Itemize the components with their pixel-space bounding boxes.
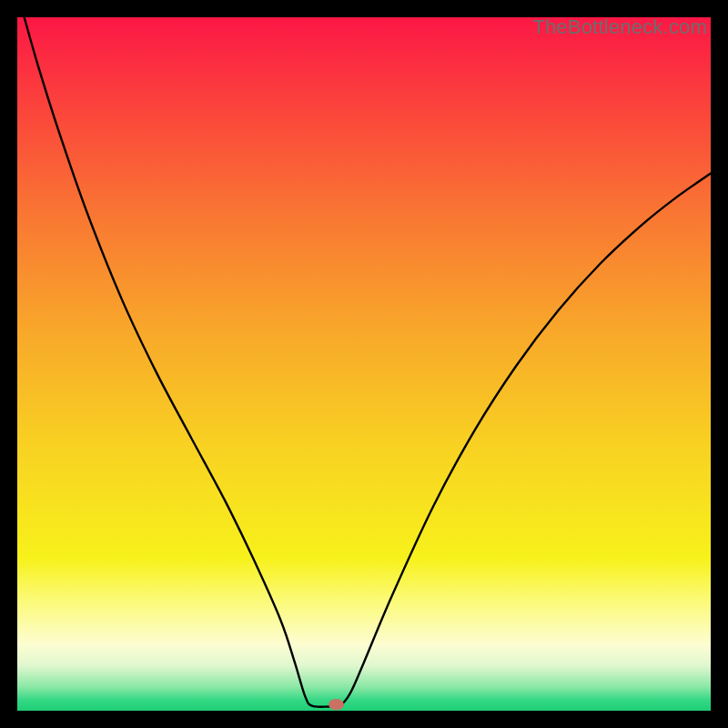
gradient-background (17, 17, 711, 711)
optimal-point-marker (329, 699, 344, 710)
chart-svg (17, 17, 711, 711)
watermark-text: TheBottleneck.com (532, 15, 707, 39)
chart-frame: TheBottleneck.com (17, 17, 711, 711)
